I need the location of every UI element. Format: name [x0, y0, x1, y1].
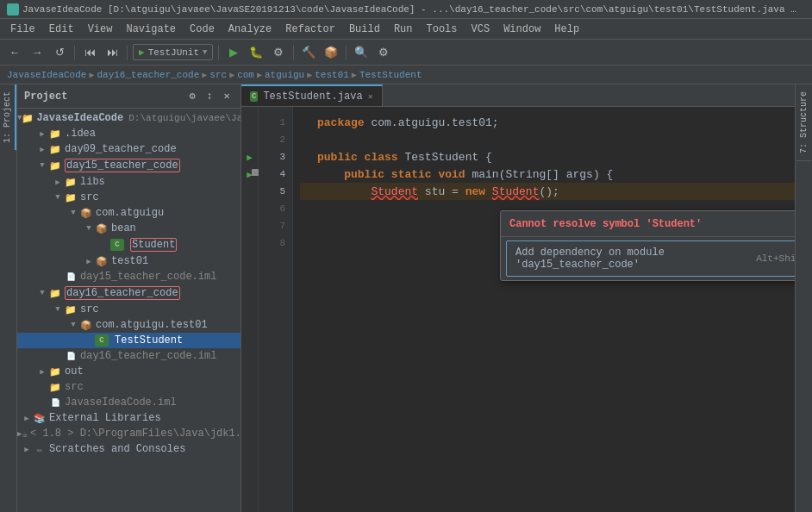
run-config-label: TestJUnit [148, 47, 199, 58]
tree-item-test01[interactable]: ▶ 📦 test01 [17, 253, 240, 269]
gutter-3-run[interactable]: ▶ [241, 148, 259, 165]
tree-item-day16[interactable]: ▼ 📁 day16_teacher_code [17, 284, 240, 302]
editor-area: C TestStudent.java ✕ ▶ ▶ 1 2 [241, 84, 795, 512]
tree-item-comatguigutest01[interactable]: ▼ 📦 com.atguigu.test01 [17, 317, 240, 333]
line-num-7: 7 [279, 217, 285, 234]
tree-bean-label: bean [111, 222, 136, 234]
menu-tools[interactable]: Tools [420, 22, 465, 37]
tree-test01-label: test01 [111, 255, 148, 267]
tree-item-day16iml[interactable]: ▶ 📄 day16_teacher_code.iml [17, 348, 240, 364]
breadcrumb-day16[interactable]: day16_teacher_code [97, 70, 199, 80]
run-with-coverage-btn[interactable]: ⚙ [269, 43, 288, 62]
tree-arrow-comatguigutest01: ▼ [67, 321, 79, 329]
menu-file[interactable]: File [3, 22, 42, 37]
settings-btn[interactable]: ⚙ [374, 43, 393, 62]
tree-day16-label: day16_teacher_code [65, 286, 180, 300]
bean-icon: 📦 [95, 222, 109, 234]
tree-item-student[interactable]: ▶ C Student [17, 236, 240, 253]
menu-run[interactable]: Run [387, 22, 420, 37]
tree-item-src15[interactable]: ▼ 📁 src [17, 190, 240, 205]
semicolon-1: ; [492, 116, 499, 129]
breadcrumb-root[interactable]: JavaseIdeaCode [7, 70, 86, 80]
tree-item-extlibs[interactable]: ▶ 📚 External Libraries [17, 410, 240, 426]
tree-item-libs[interactable]: ▶ 📁 libs [17, 174, 240, 190]
code-content[interactable]: package com.atguigu.test01; public class… [293, 107, 795, 512]
src-root-icon: 📁 [48, 381, 62, 393]
tree-item-jdk18[interactable]: ▶ ☕ < 1.8 > D:\ProgramFiles\Java\jdk1.8.… [17, 426, 240, 441]
run-config-icon: ▶ [139, 47, 145, 58]
tab-close-btn[interactable]: ✕ [368, 91, 373, 102]
tree-item-src-root[interactable]: ▶ 📁 src [17, 379, 240, 395]
tree-arrow-idea: ▶ [36, 129, 48, 139]
menu-window[interactable]: Window [497, 22, 547, 37]
project-action-sort[interactable]: ↕ [203, 90, 216, 103]
student-class-ref: Student [371, 185, 418, 198]
tree-src16-label: src [80, 303, 99, 315]
sdk-btn[interactable]: 📦 [322, 43, 340, 62]
tree-item-day09[interactable]: ▶ 📁 day09_teacher_code [17, 141, 240, 157]
sidebar-tab-project[interactable]: 1: Project [0, 84, 16, 150]
line-num-2: 2 [279, 131, 285, 148]
menu-help[interactable]: Help [547, 22, 586, 37]
menu-code[interactable]: Code [183, 22, 222, 37]
toolbar-revert-btn[interactable]: ⏮ [80, 43, 99, 62]
project-panel: Project ⚙ ↕ ✕ ▼ 📁 JavaseIdeaCode D:\atgu… [17, 84, 241, 512]
search-btn[interactable]: 🔍 [352, 43, 371, 62]
breadcrumb-arrow-1: ▶ [89, 70, 94, 80]
tree-item-out[interactable]: ▶ 📁 out [17, 364, 240, 379]
project-tree: ▼ 📁 JavaseIdeaCode D:\atguigu\javaee\Jav… [17, 109, 240, 512]
tree-item-bean[interactable]: ▼ 📦 bean [17, 221, 240, 236]
error-popup-action[interactable]: Add dependency on module 'day15_teacher_… [506, 240, 795, 277]
menu-analyze[interactable]: Analyze [222, 22, 278, 37]
menu-navigate[interactable]: Navigate [119, 22, 183, 37]
out-folder-icon: 📁 [48, 365, 62, 378]
toolbar-back-btn[interactable]: ← [5, 43, 24, 62]
tree-item-javaseideaiml[interactable]: ▶ 📄 JavaseIdeaCode.iml [17, 395, 240, 410]
breadcrumb-test01[interactable]: test01 [315, 70, 349, 80]
tree-item-day15iml[interactable]: ▶ 📄 day15_teacher_code.iml [17, 269, 240, 284]
sidebar-tabs-left: 1: Project [0, 84, 17, 512]
toolbar-refresh-btn[interactable]: ↺ [50, 43, 69, 62]
menu-edit[interactable]: Edit [42, 22, 81, 37]
gutter-4-run[interactable]: ▶ [241, 165, 259, 183]
tab-label: TestStudent.java [263, 91, 362, 103]
tree-root[interactable]: ▼ 📁 JavaseIdeaCode D:\atguigu\javaee\Jav… [17, 110, 240, 126]
tree-out-label: out [65, 365, 84, 378]
breadcrumb-arrow-5: ▶ [307, 70, 312, 80]
breadcrumb-src[interactable]: src [209, 70, 227, 80]
error-popup-title: Cannot resolve symbol 'Student' [509, 218, 702, 230]
debug-btn[interactable]: 🐛 [247, 43, 265, 62]
tree-root-label: JavaseIdeaCode [36, 112, 123, 124]
tree-item-scratches[interactable]: ▶ ✏️ Scratches and Consoles [17, 441, 240, 457]
project-action-gear[interactable]: ⚙ [185, 90, 199, 103]
menu-build[interactable]: Build [342, 22, 387, 37]
tree-root-path: D:\atguigu\javaee\JavaSE20 [128, 113, 240, 123]
tree-item-day15[interactable]: ▼ 📁 day15_teacher_code [17, 157, 240, 174]
editor-tab-teststudent[interactable]: C TestStudent.java ✕ [241, 84, 383, 106]
toolbar-forward-btn[interactable]: → [28, 43, 47, 62]
tree-item-teststudent[interactable]: ▶ C TestStudent [17, 333, 240, 348]
run-config-dropdown[interactable]: ▶ TestJUnit ▼ [133, 44, 213, 60]
tree-arrow-libs: ▶ [52, 178, 64, 187]
tree-extlibs-label: External Libraries [49, 412, 161, 424]
tree-item-idea[interactable]: ▶ 📁 .idea [17, 126, 240, 141]
gutter-1 [241, 114, 259, 131]
breadcrumb-atguigu[interactable]: atguigu [265, 70, 304, 80]
menu-vcs[interactable]: VCS [465, 22, 497, 37]
toolbar-forward2-btn[interactable]: ⏭ [103, 43, 122, 62]
tree-item-src16[interactable]: ▼ 📁 src [17, 302, 240, 317]
structure-tab-label[interactable]: 7: Structure [796, 84, 811, 161]
line-num-4: 4 [279, 165, 285, 183]
breadcrumb-teststudent[interactable]: TestStudent [359, 70, 422, 80]
menu-refactor[interactable]: Refactor [278, 22, 342, 37]
project-action-hide[interactable]: ✕ [220, 90, 234, 103]
breadcrumb-com[interactable]: com [237, 70, 254, 80]
build-btn[interactable]: 🔨 [299, 43, 318, 62]
structure-tab-right[interactable]: 7: Structure [795, 84, 812, 512]
tree-libs-label: libs [80, 176, 105, 188]
idea-folder-icon: 📁 [48, 128, 62, 140]
project-title: Project [24, 91, 67, 103]
tree-item-comatguigu[interactable]: ▼ 📦 com.atguigu [17, 205, 240, 221]
menu-view[interactable]: View [81, 22, 120, 37]
run-btn[interactable]: ▶ [224, 43, 243, 62]
